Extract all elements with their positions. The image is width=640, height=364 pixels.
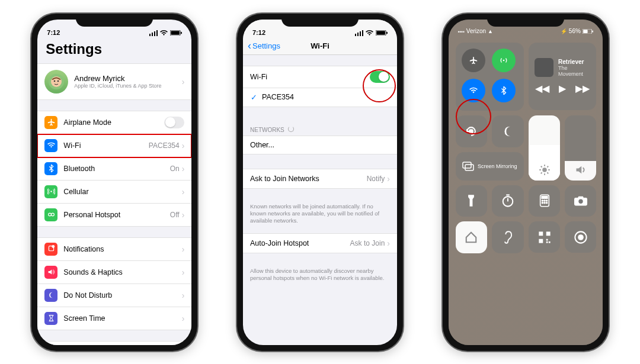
cellular-icon [44, 185, 57, 198]
avatar-face-icon [48, 73, 65, 90]
svg-rect-30 [583, 30, 587, 33]
wifi-toggle-label: Wi-Fi [250, 73, 370, 81]
chevron-icon: › [182, 164, 185, 173]
wifi-icon [44, 139, 57, 152]
phone-wifi: 7:12 ‹Settings Wi-Fi Wi-Fi ✓ PACE354 Net… [237, 14, 403, 351]
user-name: Andrew Myrick [74, 74, 181, 83]
user-subtitle: Apple ID, iCloud, iTunes & App Store [74, 83, 181, 89]
cc-cellular-button[interactable] [492, 49, 516, 72]
page-title: Settings [37, 37, 191, 63]
phone-settings: 7:12 Settings Andrew Myrick Apple ID, iC… [31, 14, 197, 351]
bluetooth-label: Bluetooth [63, 165, 169, 173]
cc-volume-slider[interactable] [565, 115, 596, 181]
row-notifications[interactable]: Notifications › [37, 237, 191, 261]
svg-rect-43 [463, 162, 471, 168]
row-connected-network[interactable]: ✓ PACE354 [243, 88, 397, 107]
signal-icon [355, 30, 363, 36]
row-hotspot[interactable]: Personal Hotspot Off › [37, 204, 191, 227]
svg-rect-44 [465, 165, 473, 170]
wifi-switch[interactable] [370, 71, 390, 83]
navbar-title: Wi-Fi [311, 41, 329, 50]
cc-qrcode-button[interactable] [529, 221, 560, 253]
cc-airplane-button[interactable] [462, 49, 485, 72]
airplane-switch[interactable] [164, 117, 184, 128]
row-dnd[interactable]: Do Not Disturb › [37, 284, 191, 307]
avatar [44, 70, 68, 94]
cc-orientation-lock-button[interactable] [456, 115, 488, 147]
svg-point-10 [57, 80, 59, 82]
row-general[interactable]: General › [37, 341, 191, 345]
status-icons [355, 30, 388, 36]
row-sounds[interactable]: Sounds & Haptics › [37, 261, 191, 284]
battery-icon [170, 30, 182, 36]
media-play-button[interactable]: ▶ [559, 83, 566, 94]
wifi-value: PACE354 [149, 141, 180, 150]
connected-network-label: PACE354 [262, 93, 390, 101]
chevron-icon: › [182, 244, 185, 254]
cc-bluetooth-button[interactable] [492, 79, 516, 102]
tile-media[interactable]: Retriever The Movement ◀◀ ▶ ▶▶ [529, 43, 596, 110]
cc-flashlight-button[interactable] [456, 185, 488, 217]
dnd-label: Do Not Disturb [63, 291, 181, 299]
screen-controlcenter: ▪▪▪▪ Verizon ▲ ⚡ 56% Retriever [449, 20, 603, 345]
cc-battery: ⚡ 56% [561, 28, 593, 34]
chevron-icon: › [182, 314, 185, 323]
cc-screen-mirroring-button[interactable]: Screen Mirroring [456, 152, 524, 181]
cc-brightness-slider[interactable] [529, 115, 560, 181]
cc-hearing-button[interactable] [492, 221, 524, 253]
notch [76, 14, 153, 27]
row-bluetooth[interactable]: Bluetooth On › [37, 157, 191, 181]
cc-camera-button[interactable] [565, 185, 596, 217]
auto-footer: Allow this device to automatically disco… [243, 264, 397, 291]
svg-rect-27 [376, 31, 385, 34]
chevron-icon: › [182, 141, 185, 150]
checkmark-icon: ✓ [250, 93, 258, 102]
row-auto-join[interactable]: Auto-Join Hotspot Ask to Join › [243, 233, 397, 253]
cc-wifi-button[interactable] [462, 79, 485, 102]
hotspot-icon [44, 208, 57, 221]
chevron-icon: › [182, 187, 185, 197]
wifi-icon [366, 30, 373, 36]
row-ask-to-join[interactable]: Ask to Join Networks Notify › [243, 169, 397, 189]
other-label: Other... [250, 141, 390, 149]
back-button[interactable]: ‹Settings [248, 40, 280, 52]
cellular-label: Cellular [63, 188, 181, 196]
svg-line-42 [547, 166, 548, 167]
airplane-label: Airplane Mode [63, 118, 164, 127]
cc-home-button[interactable] [456, 221, 488, 253]
svg-point-64 [578, 234, 584, 240]
row-cellular[interactable]: Cellular › [37, 181, 191, 204]
svg-point-51 [544, 200, 545, 201]
svg-point-32 [503, 59, 505, 61]
media-next-button[interactable]: ▶▶ [575, 83, 590, 94]
cc-timer-button[interactable] [492, 185, 524, 217]
auto-label: Auto-Join Hotspot [250, 239, 350, 247]
row-wifi[interactable]: Wi-Fi PACE354 › [37, 134, 191, 157]
chevron-icon: › [182, 291, 185, 300]
auto-value: Ask to Join [350, 239, 385, 247]
chevron-icon: › [387, 239, 390, 248]
svg-rect-2 [154, 31, 155, 36]
row-wifi-toggle[interactable]: Wi-Fi [243, 66, 397, 88]
media-prev-button[interactable]: ◀◀ [535, 83, 549, 94]
svg-rect-61 [548, 241, 550, 243]
cc-grid: Retriever The Movement ◀◀ ▶ ▶▶ [449, 38, 603, 257]
svg-rect-62 [546, 241, 548, 243]
row-other-network[interactable]: Other... [243, 136, 397, 154]
row-screentime[interactable]: Screen Time › [37, 307, 191, 330]
svg-point-15 [52, 245, 55, 248]
user-row[interactable]: Andrew Myrick Apple ID, iCloud, iTunes &… [37, 63, 191, 100]
spinner-icon [288, 126, 294, 132]
screen-settings: 7:12 Settings Andrew Myrick Apple ID, iC… [37, 20, 191, 345]
row-airplane[interactable]: Airplane Mode [37, 111, 191, 134]
svg-rect-28 [386, 32, 388, 34]
cc-record-button[interactable] [565, 221, 596, 253]
media-title: Retriever [558, 59, 590, 65]
media-subtitle: The Movement [558, 65, 590, 77]
svg-line-39 [540, 166, 542, 167]
cc-dnd-button[interactable] [492, 115, 524, 147]
svg-point-53 [542, 202, 543, 204]
hotspot-value: Off [170, 211, 180, 219]
cc-calculator-button[interactable] [529, 185, 560, 217]
svg-rect-59 [539, 239, 543, 243]
